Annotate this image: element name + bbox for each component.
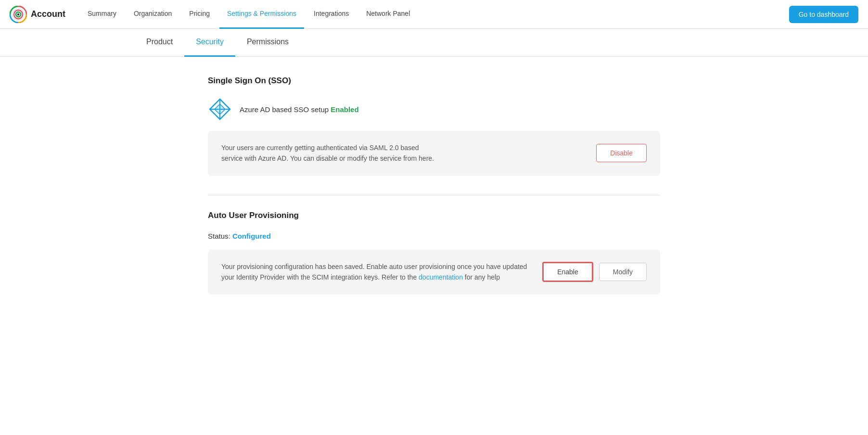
auto-provisioning-title: Auto User Provisioning	[208, 211, 660, 220]
tab-security[interactable]: Security	[184, 29, 235, 57]
provisioning-info-box: Your provisioning configuration has been…	[208, 250, 660, 294]
tab-product[interactable]: Product	[135, 29, 184, 57]
nav-link-pricing[interactable]: Pricing	[181, 0, 217, 29]
go-to-dashboard-button[interactable]: Go to dashboard	[789, 6, 858, 23]
sso-info-text: Your users are currently getting authent…	[221, 142, 587, 164]
provisioning-btn-row: Enable Modify	[542, 262, 647, 282]
main-content: Single Sign On (SSO) Azure AD based SSO …	[198, 57, 670, 333]
sso-info-box: Your users are currently getting authent…	[208, 131, 660, 176]
disable-button[interactable]: Disable	[596, 144, 647, 162]
sso-section-title: Single Sign On (SSO)	[208, 76, 660, 86]
auto-provisioning-section: Auto User Provisioning Status: Configure…	[208, 211, 660, 294]
sub-nav: Product Security Permissions	[0, 29, 868, 57]
nav-links: Summary Organization Pricing Settings & …	[80, 0, 789, 29]
provisioning-info-text: Your provisioning configuration has been…	[221, 261, 533, 283]
sso-provider-label: Azure AD based SSO setup	[240, 105, 329, 114]
provisioning-info-suffix: for any help	[465, 273, 500, 281]
logo-area: Account	[10, 6, 65, 23]
app-title: Account	[31, 9, 65, 19]
app-logo-icon	[10, 6, 27, 23]
nav-link-organization[interactable]: Organization	[126, 0, 179, 29]
nav-link-integrations[interactable]: Integrations	[306, 0, 357, 29]
top-nav: Account Summary Organization Pricing Set…	[0, 0, 868, 29]
status-prefix: Status:	[208, 232, 230, 240]
azure-ad-icon	[208, 97, 232, 121]
section-divider	[208, 195, 660, 195]
nav-link-network-panel[interactable]: Network Panel	[358, 0, 418, 29]
nav-link-summary[interactable]: Summary	[80, 0, 124, 29]
enable-button[interactable]: Enable	[542, 262, 593, 282]
sso-provider-row: Azure AD based SSO setup Enabled	[208, 97, 660, 121]
sso-section: Single Sign On (SSO) Azure AD based SSO …	[208, 76, 660, 176]
modify-button[interactable]: Modify	[599, 263, 647, 281]
svg-point-4	[17, 13, 19, 15]
svg-marker-9	[215, 104, 225, 115]
provisioning-status-row: Status: Configured	[208, 232, 660, 240]
nav-link-settings-permissions[interactable]: Settings & Permissions	[219, 0, 304, 29]
sso-status-label: Enabled	[331, 105, 358, 114]
sso-provider-text: Azure AD based SSO setup Enabled	[240, 105, 359, 114]
tab-permissions[interactable]: Permissions	[235, 29, 300, 57]
provisioning-status-label: Configured	[232, 232, 271, 240]
documentation-link[interactable]: documentation	[419, 273, 463, 281]
